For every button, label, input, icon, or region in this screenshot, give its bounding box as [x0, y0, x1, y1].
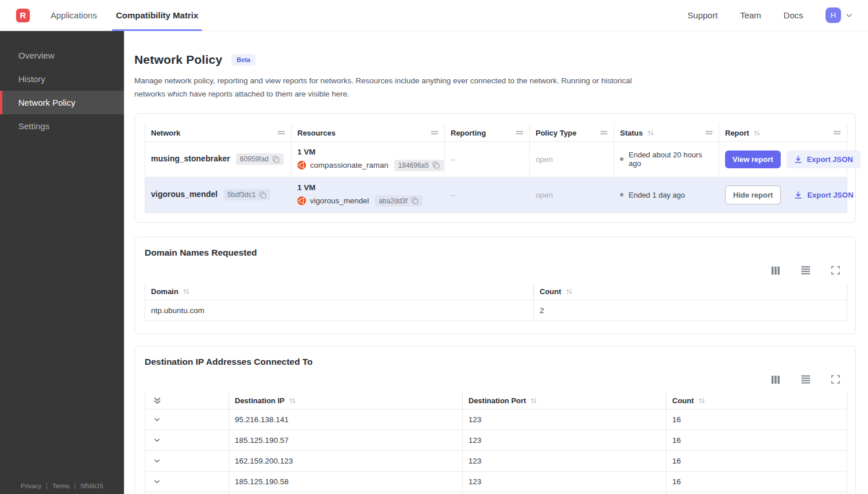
- top-tabs: Applications Compatibility Matrix: [51, 0, 198, 31]
- policy-type-value: open: [530, 177, 614, 213]
- resource-name: compassionate_raman: [310, 161, 389, 169]
- sort-icon[interactable]: [698, 397, 706, 404]
- column-label: Status: [620, 129, 643, 137]
- destination-port-value: 123: [463, 492, 666, 494]
- download-icon: [794, 191, 803, 199]
- column-header-status[interactable]: Status: [614, 124, 719, 141]
- row-density-icon[interactable]: [801, 375, 811, 384]
- network-table: Network Resources Reporting Policy Type: [145, 124, 847, 213]
- column-header-destination-port[interactable]: Destination Port: [463, 392, 666, 410]
- destination-port-value: 123: [463, 471, 666, 492]
- row-density-icon[interactable]: [801, 266, 811, 275]
- domain-row[interactable]: ntp.ubuntu.com 2: [145, 300, 847, 321]
- network-policy-table-card: Network Resources Reporting Policy Type: [134, 113, 856, 223]
- export-json-button[interactable]: Export JSON: [786, 186, 861, 204]
- destination-row[interactable]: 185.125.190.58 123 16: [145, 471, 847, 492]
- reporting-value: –: [445, 141, 530, 177]
- column-header-domain[interactable]: Domain: [145, 283, 534, 300]
- hash-text: aba2dd3f: [379, 197, 408, 205]
- top-navigation: R Applications Compatibility Matrix Supp…: [0, 0, 868, 31]
- column-drag-handle-icon[interactable]: [431, 130, 439, 135]
- export-json-label: Export JSON: [807, 191, 853, 199]
- nav-link-docs[interactable]: Docs: [784, 10, 803, 20]
- terms-link[interactable]: Terms: [52, 483, 69, 489]
- copy-icon[interactable]: [272, 156, 280, 163]
- column-label: Network: [151, 129, 180, 137]
- destinations-table: Destination IP Destination Port Count: [145, 392, 847, 494]
- hide-report-button[interactable]: Hide report: [725, 186, 781, 204]
- status-badge: Ended 1 day ago: [620, 191, 713, 199]
- privacy-link[interactable]: Privacy: [21, 483, 41, 489]
- sidebar-item-network-policy[interactable]: Network Policy: [0, 91, 124, 114]
- avatar[interactable]: H: [826, 7, 841, 23]
- expand-row-icon[interactable]: [153, 478, 223, 485]
- reporting-value: –: [445, 177, 530, 213]
- count-value: 16: [666, 430, 847, 450]
- destination-ip-card: Destination IP Addresses Connected To De…: [134, 346, 856, 494]
- column-header-count[interactable]: Count: [666, 392, 847, 410]
- destination-port-value: 123: [463, 430, 666, 450]
- user-menu[interactable]: H: [826, 7, 853, 23]
- sort-icon[interactable]: [289, 397, 296, 404]
- destination-row[interactable]: 95.216.100.21 123 16: [145, 492, 847, 494]
- copy-icon[interactable]: [411, 197, 418, 204]
- tab-compatibility-matrix[interactable]: Compatibility Matrix: [116, 0, 198, 31]
- sort-icon[interactable]: [183, 288, 190, 295]
- sort-icon[interactable]: [647, 129, 654, 137]
- view-report-button[interactable]: View report: [725, 150, 781, 168]
- ubuntu-icon: [297, 196, 306, 205]
- fullscreen-icon[interactable]: [831, 266, 840, 275]
- copy-icon[interactable]: [259, 191, 266, 199]
- nav-link-support[interactable]: Support: [688, 10, 718, 20]
- columns-icon[interactable]: [771, 266, 780, 275]
- sidebar-footer: Privacy Terms 5f56b15: [0, 483, 124, 489]
- build-version: 5f56b15: [80, 483, 103, 489]
- column-label: Report: [725, 129, 749, 137]
- domains-table: Domain Count ntp.ubuntu.com 2: [145, 283, 847, 321]
- export-json-button[interactable]: Export JSON: [786, 150, 861, 168]
- app-logo[interactable]: R: [16, 9, 30, 22]
- resource-hash-badge: 184696a5: [394, 160, 444, 171]
- copy-icon[interactable]: [432, 161, 440, 169]
- sort-icon[interactable]: [530, 397, 537, 404]
- nav-link-team[interactable]: Team: [740, 10, 761, 20]
- sort-icon[interactable]: [565, 288, 573, 295]
- network-hash-badge: 5bdf3dc1: [223, 189, 270, 200]
- status-text: Ended about 20 hours ago: [629, 150, 713, 168]
- policy-type-value: open: [530, 141, 614, 177]
- expand-all-icon[interactable]: [153, 396, 223, 405]
- download-icon: [794, 155, 803, 164]
- domain-value: ntp.ubuntu.com: [145, 300, 534, 321]
- status-dot-icon: [620, 157, 623, 161]
- count-value: 16: [666, 471, 847, 492]
- count-value: 16: [666, 492, 847, 494]
- tab-applications[interactable]: Applications: [51, 0, 97, 31]
- column-drag-handle-icon[interactable]: [600, 130, 608, 135]
- column-header-destination-ip[interactable]: Destination IP: [229, 392, 463, 410]
- column-drag-handle-icon[interactable]: [277, 130, 285, 135]
- sidebar-item-settings[interactable]: Settings: [0, 114, 124, 138]
- destination-row[interactable]: 185.125.190.57 123 16: [145, 430, 847, 450]
- expand-row-icon[interactable]: [153, 437, 223, 444]
- export-json-label: Export JSON: [807, 155, 853, 164]
- expand-row-icon[interactable]: [153, 416, 223, 423]
- sidebar-item-overview[interactable]: Overview: [0, 44, 124, 67]
- expand-row-icon[interactable]: [153, 457, 223, 465]
- column-header-report[interactable]: Report: [719, 124, 847, 141]
- column-drag-handle-icon[interactable]: [516, 130, 524, 135]
- columns-icon[interactable]: [771, 375, 780, 384]
- destination-row[interactable]: 95.216.138.141 123 16: [145, 409, 847, 430]
- destination-row[interactable]: 162.159.200.123 123 16: [145, 450, 847, 471]
- column-drag-handle-icon[interactable]: [833, 130, 841, 135]
- fullscreen-icon[interactable]: [831, 375, 840, 384]
- destination-ip-value: 95.216.138.141: [229, 409, 463, 430]
- sidebar-item-history[interactable]: History: [0, 67, 124, 91]
- destination-port-value: 123: [463, 450, 666, 471]
- column-label: Destination Port: [468, 396, 526, 405]
- network-row-musing-stonebraker[interactable]: musing_stonebraker60959fad 1 VM compassi…: [145, 141, 847, 177]
- sidebar: Overview History Network Policy Settings…: [0, 31, 124, 494]
- sort-icon[interactable]: [753, 129, 761, 137]
- column-header-count[interactable]: Count: [534, 283, 847, 300]
- column-drag-handle-icon[interactable]: [705, 130, 713, 135]
- network-row-vigorous-mendel[interactable]: vigorous_mendel5bdf3dc1 1 VM vigorous_me…: [145, 177, 847, 213]
